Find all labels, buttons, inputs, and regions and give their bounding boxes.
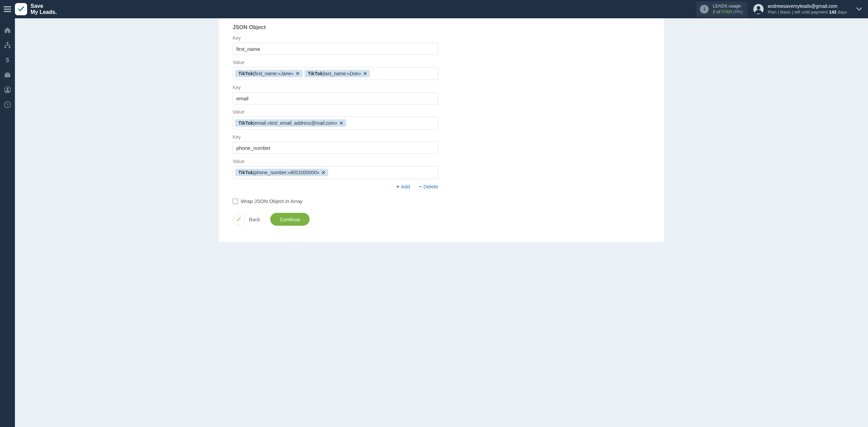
add-delete-row: +Add –Delete xyxy=(233,184,438,189)
logo-badge[interactable] xyxy=(15,3,27,15)
back-circle xyxy=(233,213,245,225)
briefcase-icon xyxy=(4,71,11,79)
tag-field: email: xyxy=(254,120,267,126)
delete-row-button[interactable]: –Delete xyxy=(419,184,438,189)
value-tag-input[interactable]: TikTok | phone_number: «8001000000»✕ xyxy=(233,166,438,179)
value-label: Value xyxy=(233,159,650,164)
section-title: JSON Object xyxy=(233,24,650,30)
mapping-tag[interactable]: TikTok | email: «test_email_address@mail… xyxy=(235,119,346,127)
account-plan: Plan | Basic | left until payment 142 da… xyxy=(768,9,847,15)
sidebar-item-briefcase[interactable] xyxy=(4,71,11,79)
value-tag-input[interactable]: TikTok | first_name: «Jane»✕TikTok | las… xyxy=(233,67,438,80)
value-tag-input[interactable]: TikTok | email: «test_email_address@mail… xyxy=(233,117,438,129)
tag-source: TikTok xyxy=(238,71,253,76)
sidebar-item-help[interactable]: ? xyxy=(4,101,11,108)
sidebar-item-home[interactable] xyxy=(4,26,11,34)
sidebar-item-connections[interactable] xyxy=(4,41,11,49)
user-avatar-icon xyxy=(753,4,764,14)
main-area: JSON Object KeyValueTikTok | first_name:… xyxy=(15,18,868,427)
tag-source: TikTok xyxy=(238,120,253,126)
topbar: Save My Leads. i LEADS usage: 2 of 5'000… xyxy=(0,0,868,18)
plus-icon: + xyxy=(396,184,400,189)
avatar xyxy=(753,4,764,14)
svg-rect-7 xyxy=(9,47,11,48)
dollar-icon: $ xyxy=(4,56,11,64)
key-label: Key xyxy=(233,134,650,140)
logo-check-icon xyxy=(17,5,25,13)
leads-usage-box[interactable]: i LEADS usage: 2 of 5'000 (0%) xyxy=(696,1,747,17)
svg-point-12 xyxy=(6,88,8,90)
tag-source: TikTok xyxy=(308,71,323,76)
wrap-array-row[interactable]: Wrap JSON Object in Array xyxy=(233,198,650,204)
account-email: andrewsavemyleads@gmail.com xyxy=(768,3,847,9)
key-input[interactable] xyxy=(233,142,438,154)
svg-rect-5 xyxy=(6,42,8,44)
account-chevron[interactable] xyxy=(856,6,862,12)
menu-toggle[interactable] xyxy=(0,0,15,18)
tag-value: «Doe» xyxy=(347,71,361,76)
leads-usage-label: LEADS usage: xyxy=(713,3,743,9)
svg-rect-2 xyxy=(4,11,11,12)
tag-value: «Jane» xyxy=(278,71,294,76)
add-row-button[interactable]: +Add xyxy=(396,184,410,189)
svg-rect-0 xyxy=(4,6,11,7)
home-icon xyxy=(4,26,11,34)
help-icon: ? xyxy=(4,101,11,108)
key-input[interactable] xyxy=(233,43,438,55)
leads-usage-values: 2 of 5'000 (0%) xyxy=(713,9,743,15)
sitemap-icon xyxy=(4,41,11,49)
svg-text:$: $ xyxy=(6,56,9,63)
tag-field: first_name: xyxy=(254,71,278,76)
tag-field: last_name: xyxy=(324,71,347,76)
chevron-down-icon xyxy=(856,7,862,11)
wrap-array-label: Wrap JSON Object in Array xyxy=(241,198,302,204)
tag-remove-icon[interactable]: ✕ xyxy=(296,71,300,76)
continue-button[interactable]: Continue xyxy=(270,213,310,226)
hamburger-icon xyxy=(4,6,11,12)
value-label: Value xyxy=(233,109,650,115)
value-label: Value xyxy=(233,60,650,65)
sidebar: $ ? xyxy=(0,18,15,427)
mapping-tag[interactable]: TikTok | first_name: «Jane»✕ xyxy=(235,70,302,77)
key-input[interactable] xyxy=(233,92,438,104)
back-label: Back xyxy=(249,217,260,222)
user-circle-icon xyxy=(4,86,11,94)
svg-text:?: ? xyxy=(6,102,9,107)
info-icon: i xyxy=(700,5,709,14)
sidebar-item-account[interactable] xyxy=(4,86,11,94)
tag-value: «test_email_address@mail.com» xyxy=(267,120,337,126)
pencil-icon xyxy=(236,217,241,222)
sidebar-item-billing[interactable]: $ xyxy=(4,56,11,64)
key-label: Key xyxy=(233,35,650,41)
back-button[interactable]: Back xyxy=(233,213,260,225)
tag-remove-icon[interactable]: ✕ xyxy=(321,170,326,175)
tag-value: «8001000000» xyxy=(288,170,319,175)
svg-rect-9 xyxy=(5,74,11,77)
form-card: JSON Object KeyValueTikTok | first_name:… xyxy=(219,18,664,242)
wrap-array-checkbox[interactable] xyxy=(233,199,238,204)
tag-source: TikTok xyxy=(238,170,253,175)
svg-rect-10 xyxy=(6,73,8,74)
logo-text: Save My Leads. xyxy=(31,3,57,16)
minus-icon: – xyxy=(419,184,422,189)
tag-remove-icon[interactable]: ✕ xyxy=(363,71,367,76)
mapping-tag[interactable]: TikTok | phone_number: «8001000000»✕ xyxy=(235,169,328,176)
tag-field: phone_number: xyxy=(254,170,288,175)
mapping-tag[interactable]: TikTok | last_name: «Doe»✕ xyxy=(304,70,370,77)
tag-remove-icon[interactable]: ✕ xyxy=(339,120,343,126)
svg-rect-1 xyxy=(4,9,11,10)
key-label: Key xyxy=(233,85,650,90)
svg-point-4 xyxy=(757,6,760,9)
account-block[interactable]: andrewsavemyleads@gmail.com Plan | Basic… xyxy=(753,3,862,15)
svg-rect-6 xyxy=(4,47,6,48)
